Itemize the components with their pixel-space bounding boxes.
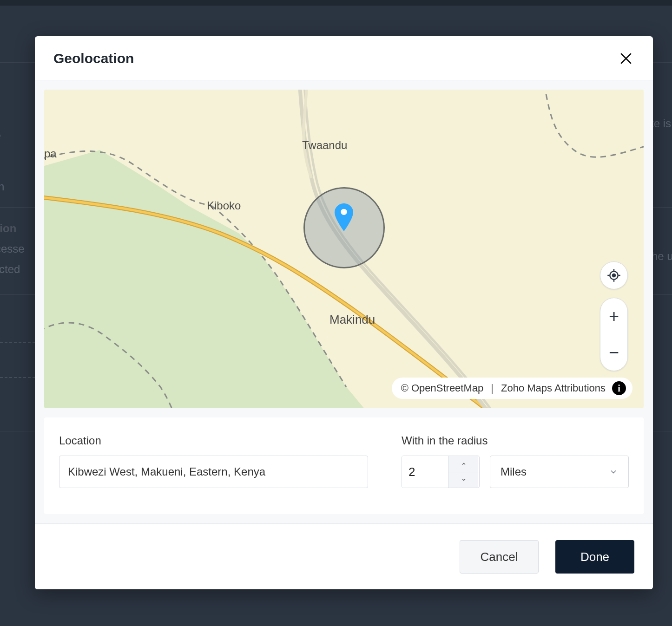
bg-text: ole bbox=[0, 129, 1, 142]
location-label: Location bbox=[59, 434, 368, 447]
stepper-buttons bbox=[448, 456, 478, 488]
bg-text: ccesse bbox=[0, 242, 25, 255]
bg-text: he use bbox=[652, 250, 672, 263]
zoom-out-button[interactable]: − bbox=[600, 334, 627, 371]
modal-title: Geolocation bbox=[53, 51, 134, 66]
location-input[interactable] bbox=[59, 456, 368, 488]
svg-point-3 bbox=[341, 209, 347, 215]
bg-dashed bbox=[0, 377, 35, 378]
pin-icon bbox=[334, 203, 354, 231]
radius-stepper bbox=[402, 456, 480, 488]
chevron-down-icon bbox=[460, 477, 468, 483]
close-icon bbox=[619, 52, 633, 65]
bg-text: te is pr bbox=[651, 117, 672, 130]
form-row: Location With in the radius bbox=[44, 417, 644, 514]
attribution-zoho[interactable]: Zoho Maps Attributions bbox=[501, 382, 606, 394]
modal-header: Geolocation bbox=[35, 36, 653, 80]
chevron-up-icon bbox=[460, 461, 468, 467]
unit-select[interactable]: Miles bbox=[490, 456, 629, 488]
done-button[interactable]: Done bbox=[555, 540, 634, 574]
locate-button[interactable] bbox=[600, 261, 628, 289]
bg-text: n bbox=[0, 180, 4, 193]
radius-column: With in the radius bbox=[402, 434, 629, 488]
map[interactable]: Twaandu Kiboko Makindu pa + − bbox=[44, 90, 644, 408]
step-down-button[interactable] bbox=[449, 472, 478, 488]
radius-inputs: Miles bbox=[402, 456, 629, 488]
map-attribution: © OpenStreetMap | Zoho Maps Attributions… bbox=[392, 378, 632, 399]
app-topbar bbox=[0, 0, 672, 6]
attribution-separator: | bbox=[491, 382, 494, 394]
svg-point-5 bbox=[613, 274, 615, 277]
geolocation-modal: Geolocation bbox=[35, 36, 653, 589]
info-icon[interactable]: i bbox=[612, 381, 626, 395]
step-up-button[interactable] bbox=[449, 456, 478, 472]
radius-label: With in the radius bbox=[402, 434, 629, 447]
attribution-osm[interactable]: © OpenStreetMap bbox=[401, 382, 484, 394]
modal-body: Twaandu Kiboko Makindu pa + − bbox=[35, 80, 653, 523]
bg-text: ation bbox=[0, 222, 16, 235]
zoom-group: + − bbox=[600, 298, 628, 371]
map-controls: + − bbox=[600, 261, 628, 371]
bg-text: tected bbox=[0, 263, 20, 276]
cancel-button[interactable]: Cancel bbox=[460, 540, 539, 574]
crosshair-icon bbox=[607, 268, 621, 282]
zoom-in-button[interactable]: + bbox=[600, 298, 627, 334]
location-column: Location bbox=[59, 434, 368, 488]
unit-value: Miles bbox=[501, 465, 527, 478]
bg-dashed bbox=[0, 342, 35, 343]
map-pin[interactable] bbox=[334, 203, 354, 231]
modal-footer: Cancel Done bbox=[35, 523, 653, 589]
chevron-down-icon bbox=[609, 467, 618, 476]
radius-input[interactable] bbox=[402, 456, 448, 488]
close-button[interactable] bbox=[618, 50, 634, 67]
